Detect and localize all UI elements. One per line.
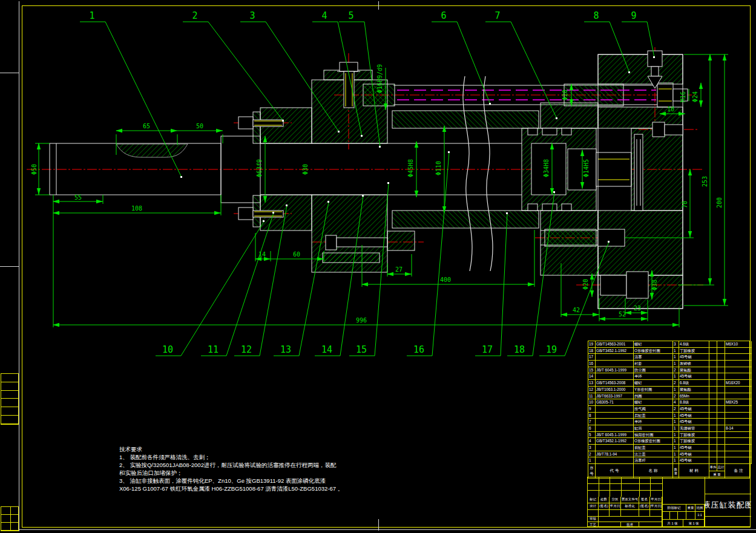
bom-material: 丁腈橡胶: [679, 438, 709, 445]
bom-material: 8.8级: [679, 399, 709, 406]
bom-material: 45号钢: [679, 445, 709, 451]
bom-remark: [725, 451, 752, 458]
bom-code: GB/T14563-2008: [596, 380, 634, 387]
bom-header-name: 名 称: [634, 464, 673, 478]
bom-row: 14 半环 1 45号钢: [588, 373, 749, 380]
bom-qty: 1: [673, 348, 679, 355]
bom-qty: 1: [673, 451, 679, 458]
sign-cell: (签名): [639, 503, 650, 510]
centering-mark-bottom: [378, 519, 379, 531]
bom-unit-weight: [709, 432, 717, 439]
bom-row: 11 JB/T6633-1997 挡圈 2 65Mn: [588, 393, 749, 400]
bom-total-weight: [717, 457, 725, 464]
scale-label: 比例: [695, 504, 705, 512]
bom-material: 4.6级: [679, 341, 709, 348]
cad-viewer: { "app": {"description": "黑底CAD液压缸装配工程图"…: [0, 0, 756, 533]
technical-notes: 技术要求 1、 装配前各件须严格清洗、去刺； 2、 实验按Q/320501JAB…: [119, 445, 328, 492]
bom-code: JB/T6633-1997: [596, 393, 634, 400]
bom-row: 18 GB/T3452.1-1992 O形橡胶密封圈 1 丁腈橡胶: [588, 348, 749, 355]
bom-no: 11: [588, 393, 596, 400]
bom-no: 10: [588, 399, 596, 406]
bom-qty: 1: [673, 457, 679, 464]
weight-label: 重量: [686, 504, 695, 512]
rev-header: 分区: [610, 497, 621, 503]
bom-qty: 1: [673, 373, 679, 380]
bom-name: O形橡胶密封圈: [634, 348, 673, 355]
bom-unit-weight: [709, 393, 717, 400]
bom-name: O形橡胶密封圈: [634, 438, 673, 445]
drawing-title: 液压缸装配图: [705, 494, 751, 516]
bom-total-weight: [717, 406, 725, 413]
bom-qty: 2: [673, 393, 679, 400]
bom-remark: M6X10: [725, 341, 752, 348]
bom-no: 6: [588, 425, 596, 432]
bom-total-weight: [717, 445, 725, 451]
bom-remark: [725, 432, 752, 439]
bom-name: 轴用密封圈: [634, 432, 673, 439]
bom-remark: [725, 354, 752, 361]
bom-material: 45号钢: [679, 457, 709, 464]
bom-code: [596, 373, 634, 380]
bom-row: 12 JB/T1063.1-2000 Y形密封圈 1 聚氨酯: [588, 387, 749, 393]
bom-name: 半环: [634, 373, 673, 380]
bom-material: 丁腈橡胶: [679, 432, 709, 439]
scale-value: 1:1: [695, 512, 705, 520]
bom-total-weight: [717, 373, 725, 380]
bom-code: JB/T78.1-94: [596, 451, 634, 458]
bom-code: [596, 406, 634, 413]
bom-material: 45号钢: [679, 354, 709, 361]
notes-line: 3、 油缸非接触表面，涂覆件钝化EP、Zn10、Ge 按GB13911-92 表…: [119, 477, 328, 485]
bom-total-weight: [717, 341, 725, 348]
bom-unit-weight: [709, 373, 717, 380]
bom-total-weight: [717, 419, 725, 425]
bom-row: 15 JB/T 6045.1-1999 防尘圈 2 聚氨酯: [588, 367, 749, 374]
bom-no: 16: [588, 361, 596, 367]
bom-unit-weight: [709, 354, 717, 361]
bom-row: 9 排气阀 2 45号钢: [588, 406, 749, 413]
bom-total-weight: [717, 393, 725, 400]
bom-total-weight: [717, 451, 725, 458]
bom-total-weight: [717, 432, 725, 439]
bom-code: [596, 419, 634, 425]
bom-no: 17: [588, 354, 596, 361]
paper-edge-bottom: [19, 529, 756, 530]
bom-row: 19 GB/T14563-2001 螺钉 3 4.6级 M6X10: [588, 341, 749, 348]
bom-total-weight: [717, 387, 725, 393]
bom-header-code: 代 号: [596, 464, 634, 478]
bom-no: 5: [588, 432, 596, 439]
bom-material: 45号钢: [679, 406, 709, 413]
bom-remark: M8X25: [725, 399, 752, 406]
rev-header: 年月日: [650, 497, 662, 503]
bom-name: 活塞杆: [634, 457, 673, 464]
bom-unit-weight: [709, 457, 717, 464]
bom-qty: 1: [673, 445, 679, 451]
bom-name: 前缸盖: [634, 445, 673, 451]
bom-material: 无缝钢管: [679, 425, 709, 432]
bom-code: JB/T1063.1-2000: [596, 387, 634, 393]
parts-list: 19 GB/T14563-2001 螺钉 3 4.6级 M6X10 18 GB/…: [587, 340, 751, 479]
bom-qty: 3: [673, 341, 679, 348]
bom-material: 聚氨酯: [679, 367, 709, 374]
bom-total-weight: [717, 438, 725, 445]
bom-header-unit: 单件: [709, 464, 717, 471]
bom-no: 15: [588, 367, 596, 374]
bom-code: [596, 354, 634, 361]
bom-rows: 19 GB/T14563-2001 螺钉 3 4.6级 M6X10 18 GB/…: [588, 341, 750, 464]
bom-total-weight: [717, 425, 725, 432]
bom-row: 6 缸筒 1 无缝钢管 8-14: [588, 425, 749, 432]
bom-total-weight: [717, 348, 725, 355]
bom-qty: 2: [673, 367, 679, 374]
bom-name: 防尘圈: [634, 367, 673, 374]
check-label: 审核: [588, 517, 599, 522]
bom-no: 1: [588, 457, 596, 464]
bom-header-no: 序号: [588, 464, 596, 478]
paper-edge-left: [19, 1, 19, 531]
bom-name: 螺钉: [634, 380, 673, 387]
bom-unit-weight: [709, 425, 717, 432]
bom-material: 45号钢: [679, 451, 709, 458]
sign-cell: 设计: [588, 503, 599, 510]
bom-name: 缸筒: [634, 425, 673, 432]
bom-unit-weight: [709, 406, 717, 413]
bom-name: 衬套: [634, 361, 673, 367]
bom-no: 12: [588, 387, 596, 393]
